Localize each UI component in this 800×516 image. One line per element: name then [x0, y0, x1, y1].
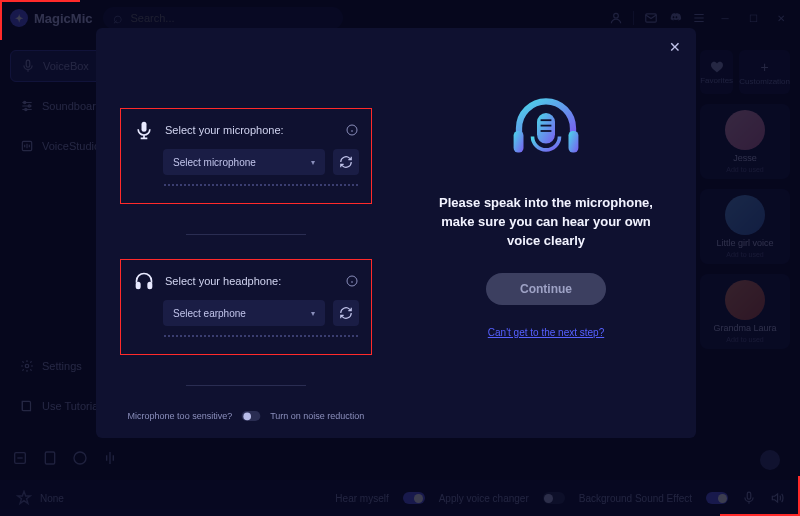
chevron-down-icon: ▾: [311, 309, 315, 318]
level-meter: [163, 183, 359, 187]
continue-button[interactable]: Continue: [486, 273, 606, 305]
headphone-label: Select your headphone:: [165, 275, 335, 287]
refresh-icon: [339, 155, 353, 169]
svg-rect-15: [148, 283, 151, 289]
headphone-reload-button[interactable]: [333, 300, 359, 326]
svg-rect-12: [142, 122, 147, 132]
noise-question: Microphone too sensitive?: [128, 411, 233, 421]
svg-rect-14: [137, 283, 140, 289]
refresh-icon: [339, 306, 353, 320]
info-icon[interactable]: [345, 274, 359, 288]
info-icon[interactable]: [345, 123, 359, 137]
svg-rect-17: [514, 131, 524, 153]
mic-select-value: Select microphone: [173, 157, 256, 168]
mic-reload-button[interactable]: [333, 149, 359, 175]
close-button[interactable]: ✕: [666, 38, 684, 56]
noise-toggle-label: Turn on noise reduction: [270, 411, 364, 421]
instruction-text: Please speak into the microphone, make s…: [430, 194, 662, 251]
level-meter: [163, 334, 359, 338]
continue-label: Continue: [520, 282, 572, 296]
section-divider: [186, 234, 306, 235]
highlight-corner-tl: [0, 0, 80, 40]
microphone-icon: [133, 119, 155, 141]
chevron-down-icon: ▾: [311, 158, 315, 167]
help-link[interactable]: Can't get to the next step?: [488, 327, 604, 338]
headphone-icon: [133, 270, 155, 292]
highlight-corner-br: [720, 476, 800, 516]
mic-select[interactable]: Select microphone ▾: [163, 149, 325, 175]
noise-reduction-toggle[interactable]: [242, 411, 261, 421]
svg-rect-19: [537, 113, 555, 144]
headphone-select-value: Select earphone: [173, 308, 246, 319]
headphone-select[interactable]: Select earphone ▾: [163, 300, 325, 326]
hero-headphone-mic-icon: [501, 86, 591, 176]
section-divider: [186, 385, 306, 386]
mic-label: Select your microphone:: [165, 124, 335, 136]
mic-section: Select your microphone: Select microphon…: [120, 108, 372, 204]
headphone-section: Select your headphone: Select earphone ▾: [120, 259, 372, 355]
svg-rect-18: [569, 131, 579, 153]
device-setup-modal: ✕ Select your microphone: Select microph…: [96, 28, 696, 438]
